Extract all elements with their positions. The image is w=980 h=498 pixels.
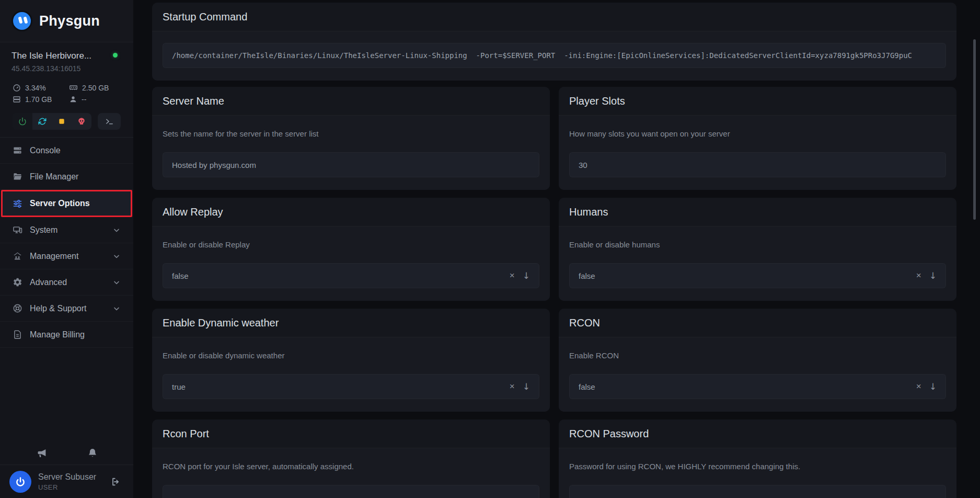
card-title: Startup Command xyxy=(163,11,946,23)
notifications-button[interactable] xyxy=(87,448,98,458)
server-address: 45.45.238.134:16015 xyxy=(11,64,122,73)
kill-skull-icon xyxy=(77,117,86,126)
start-button[interactable] xyxy=(13,113,32,130)
card-title: RCON Password xyxy=(569,428,946,440)
player-slots-input[interactable] xyxy=(569,152,946,177)
startup-command-input[interactable]: /home/container/TheIsle/Binaries/Linux/T… xyxy=(163,43,946,68)
sidebar-item-manage-billing[interactable]: Manage Billing xyxy=(0,322,133,348)
rcon-select[interactable]: false × ↓ xyxy=(569,374,946,399)
card-server-name: Server Name Sets the name for the server… xyxy=(152,87,550,190)
sidebar-item-system[interactable]: System xyxy=(0,217,133,243)
card-allow-replay: Allow Replay Enable or disable Replay fa… xyxy=(152,198,550,301)
sliders-icon xyxy=(13,199,22,209)
sidebar: Physgun The Isle Herbivore... 45.45.238.… xyxy=(0,0,133,498)
clear-icon[interactable]: × xyxy=(916,381,921,392)
user-meta: Server Subuser USER xyxy=(38,472,96,491)
terminal-button[interactable] xyxy=(98,113,121,130)
open-dropdown-icon[interactable]: ↓ xyxy=(523,270,530,281)
brand-name: Physgun xyxy=(39,13,100,29)
user-section: Server Subuser USER xyxy=(0,465,133,498)
card-body: /home/container/TheIsle/Binaries/Linux/T… xyxy=(152,31,956,81)
console-icon xyxy=(13,145,22,155)
stat-disk: 1.70 GB xyxy=(13,95,65,104)
announcements-button[interactable] xyxy=(36,447,47,458)
select-value: false xyxy=(579,382,595,391)
card-title: Player Slots xyxy=(569,95,946,107)
power-start-icon xyxy=(18,117,27,126)
server-name: The Isle Herbivore... xyxy=(11,51,122,61)
open-dropdown-icon[interactable]: ↓ xyxy=(523,381,530,392)
card-rcon-port: Rcon Port RCON port for your Isle server… xyxy=(152,420,550,498)
allow-replay-select[interactable]: false × ↓ xyxy=(163,263,539,288)
rcon-port-input[interactable] xyxy=(163,485,539,498)
card-startup-command: Startup Command /home/container/TheIsle/… xyxy=(152,3,956,81)
select-value: false xyxy=(172,271,189,280)
stat-memory: 2.50 GB xyxy=(69,83,121,92)
server-stats: 3.34% 2.50 GB 1.70 GB -- xyxy=(0,77,133,107)
card-description: Enable or disable Replay xyxy=(163,240,539,249)
chevron-down-icon xyxy=(112,304,121,313)
select-value: false xyxy=(579,271,595,280)
clear-icon[interactable]: × xyxy=(510,270,515,281)
sidebar-item-server-options[interactable]: Server Options xyxy=(1,190,132,217)
avatar[interactable] xyxy=(9,471,31,493)
terminal-icon xyxy=(105,117,114,126)
logout-icon xyxy=(110,477,121,487)
card-title: Server Name xyxy=(163,95,539,107)
stop-button[interactable] xyxy=(52,113,72,130)
card-title: RCON xyxy=(569,317,946,329)
clear-icon[interactable]: × xyxy=(510,381,515,392)
chevron-down-icon xyxy=(112,278,121,287)
kill-button[interactable] xyxy=(72,113,91,130)
open-dropdown-icon[interactable]: ↓ xyxy=(929,270,937,281)
sidebar-item-console[interactable]: Console xyxy=(0,138,133,164)
card-description: RCON port for your Isle server, automati… xyxy=(163,462,539,471)
sidebar-bottom-icons xyxy=(0,441,133,465)
dynamic-weather-select[interactable]: true × ↓ xyxy=(163,374,539,399)
vertical-scrollbar-thumb[interactable] xyxy=(973,39,976,220)
main-content: Startup Command /home/container/TheIsle/… xyxy=(133,0,980,498)
card-title: Rcon Port xyxy=(163,428,539,440)
billing-document-icon xyxy=(13,330,22,339)
brand-logo[interactable]: Physgun xyxy=(0,0,133,42)
chevron-down-icon xyxy=(112,226,121,234)
card-header: Startup Command xyxy=(152,3,956,31)
sidebar-item-file-manager[interactable]: File Manager xyxy=(0,164,133,190)
card-description: Enable or disable humans xyxy=(569,240,946,249)
card-title: Allow Replay xyxy=(163,206,539,218)
select-value: true xyxy=(172,382,186,391)
folder-icon xyxy=(13,172,22,182)
bell-icon xyxy=(87,448,98,458)
stop-icon xyxy=(58,118,65,125)
user-role: USER xyxy=(38,483,96,491)
card-description: Enable or disable dynamic weather xyxy=(163,351,539,360)
card-dynamic-weather: Enable Dynamic weather Enable or disable… xyxy=(152,309,550,412)
sidebar-item-help-support[interactable]: Help & Support xyxy=(0,296,133,322)
server-selector[interactable]: The Isle Herbivore... 45.45.238.134:1601… xyxy=(0,42,133,77)
rcon-password-input[interactable] xyxy=(569,485,946,498)
card-description: Sets the name for the server in the serv… xyxy=(163,129,539,138)
card-description: Password for using RCON, we HIGHLY recom… xyxy=(569,462,946,471)
sidebar-nav: Console File Manager Server Options Syst… xyxy=(0,137,133,348)
memory-icon xyxy=(69,83,78,92)
card-rcon: RCON Enable RCON false × ↓ xyxy=(559,309,956,412)
open-dropdown-icon[interactable]: ↓ xyxy=(929,381,937,392)
sidebar-item-advanced[interactable]: Advanced xyxy=(0,269,133,296)
card-description: Enable RCON xyxy=(569,351,946,360)
card-description: How many slots you want open on your ser… xyxy=(569,129,946,138)
card-title: Enable Dynamic weather xyxy=(163,317,539,329)
restart-button[interactable] xyxy=(32,113,52,130)
logout-button[interactable] xyxy=(110,477,121,487)
clear-icon[interactable]: × xyxy=(916,270,921,281)
user-name: Server Subuser xyxy=(38,472,96,482)
card-title: Humans xyxy=(569,206,946,218)
humans-select[interactable]: false × ↓ xyxy=(569,263,946,288)
stat-players: -- xyxy=(69,95,121,104)
chevron-down-icon xyxy=(112,252,121,261)
power-avatar-icon xyxy=(15,477,26,487)
sidebar-item-management[interactable]: Management xyxy=(0,243,133,269)
server-controls xyxy=(0,107,133,137)
management-icon xyxy=(13,251,22,261)
lifebuoy-icon xyxy=(13,303,22,313)
server-name-input[interactable] xyxy=(163,152,539,177)
